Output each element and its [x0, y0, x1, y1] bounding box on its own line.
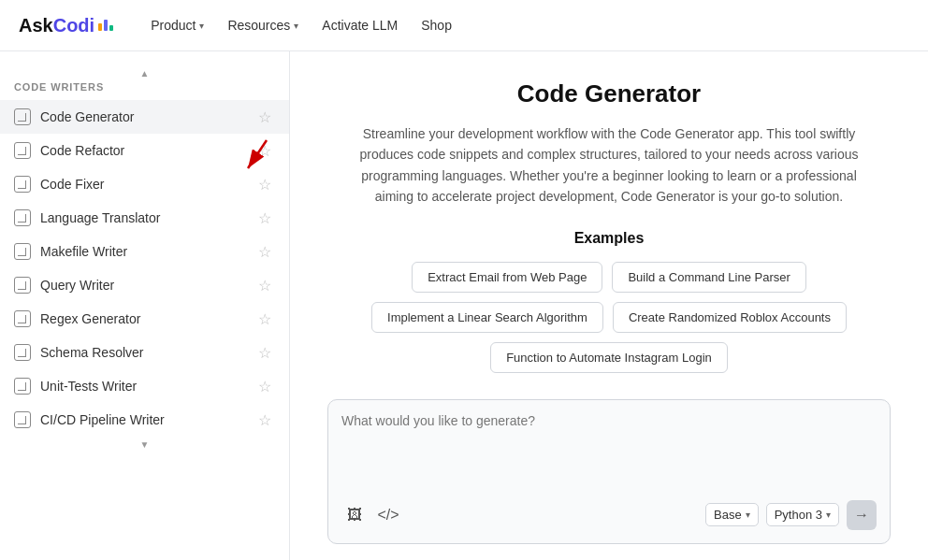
code-refactor-icon — [14, 142, 31, 159]
examples-grid: Extract Email from Web Page Build a Comm… — [327, 262, 891, 373]
nav-product-chevron-icon: ▾ — [199, 21, 204, 31]
base-select-label: Base — [714, 508, 742, 522]
example-linear-search[interactable]: Implement a Linear Search Algorithm — [371, 302, 603, 333]
sidebar-item-regex-generator[interactable]: Regex Generator ☆ — [0, 302, 289, 336]
example-build-command-line-parser[interactable]: Build a Command Line Parser — [612, 262, 805, 293]
star-icon-cicd-pipeline-writer[interactable]: ☆ — [258, 411, 275, 428]
nav-resources-label: Resources — [227, 18, 290, 33]
examples-row-3: Function to Automate Instagram Login — [490, 342, 728, 373]
cicd-pipeline-writer-icon — [14, 411, 31, 428]
base-select[interactable]: Base ▾ — [705, 503, 759, 526]
star-icon-makefile-writer[interactable]: ☆ — [258, 243, 275, 260]
page-title: Code Generator — [327, 79, 891, 108]
language-select-label: Python 3 — [775, 508, 822, 522]
sidebar-item-cicd-pipeline-writer-label: CI/CD Pipeline Writer — [40, 412, 249, 427]
examples-row-2: Implement a Linear Search Algorithm Crea… — [371, 302, 847, 333]
example-extract-email[interactable]: Extract Email from Web Page — [412, 262, 602, 293]
star-icon-query-writer[interactable]: ☆ — [258, 277, 275, 294]
logo-codi: Codi — [53, 15, 94, 36]
scroll-down-arrow-icon: ▼ — [0, 437, 289, 452]
query-writer-icon — [14, 277, 31, 294]
sidebar-item-schema-resolver-label: Schema Resolver — [40, 345, 249, 360]
scroll-up-arrow-icon: ▲ — [0, 65, 289, 81]
nav-product[interactable]: Product ▾ — [141, 12, 213, 38]
star-icon-code-fixer[interactable]: ☆ — [258, 176, 275, 193]
sidebar-item-code-generator[interactable]: Code Generator ☆ — [0, 100, 289, 134]
sidebar-item-regex-generator-label: Regex Generator — [40, 311, 249, 326]
star-icon-code-refactor[interactable]: ☆ — [258, 142, 275, 159]
header: AskCodi Product ▾ Resources ▾ Activate L… — [0, 0, 928, 51]
main-nav: Product ▾ Resources ▾ Activate LLM Shop — [141, 12, 461, 38]
star-icon-schema-resolver[interactable]: ☆ — [258, 344, 275, 361]
examples-label: Examples — [327, 230, 891, 247]
star-icon-code-generator[interactable]: ☆ — [258, 108, 275, 125]
examples-row-1: Extract Email from Web Page Build a Comm… — [412, 262, 806, 293]
unit-tests-writer-icon — [14, 378, 31, 395]
star-icon-language-translator[interactable]: ☆ — [258, 209, 275, 226]
input-toolbar: 🖼 </> Base ▾ Python 3 ▾ → — [341, 500, 877, 530]
code-icon[interactable]: </> — [375, 502, 401, 528]
sidebar: ▲ CODE WRITERS Code Generator ☆ Code Ref… — [0, 51, 290, 560]
sidebar-item-makefile-writer-label: Makefile Writer — [40, 244, 249, 259]
sidebar-item-code-refactor-label: Code Refactor — [40, 143, 249, 158]
star-icon-regex-generator[interactable]: ☆ — [258, 310, 275, 327]
base-select-chevron-icon: ▾ — [746, 510, 750, 520]
sidebar-item-unit-tests-writer[interactable]: Unit-Tests Writer ☆ — [0, 369, 289, 403]
makefile-writer-icon — [14, 243, 31, 260]
logo-bars-icon — [98, 20, 113, 31]
nav-activate-llm[interactable]: Activate LLM — [312, 12, 407, 38]
language-translator-icon — [14, 209, 31, 226]
regex-generator-icon — [14, 310, 31, 327]
sidebar-item-cicd-pipeline-writer[interactable]: CI/CD Pipeline Writer ☆ — [0, 403, 289, 437]
nav-shop-label: Shop — [421, 18, 452, 33]
example-instagram-login[interactable]: Function to Automate Instagram Login — [490, 342, 728, 373]
logo-ask: Ask — [19, 15, 53, 36]
logo: AskCodi — [19, 15, 113, 36]
language-select[interactable]: Python 3 ▾ — [766, 503, 839, 526]
code-fixer-icon — [14, 176, 31, 193]
send-button[interactable]: → — [847, 500, 877, 530]
nav-product-label: Product — [151, 18, 196, 33]
sidebar-item-language-translator[interactable]: Language Translator ☆ — [0, 201, 289, 235]
sidebar-item-code-refactor[interactable]: Code Refactor ☆ — [0, 134, 289, 167]
generate-input[interactable] — [341, 413, 877, 488]
sidebar-item-schema-resolver[interactable]: Schema Resolver ☆ — [0, 336, 289, 369]
nav-resources[interactable]: Resources ▾ — [218, 12, 308, 38]
sidebar-scroll-area[interactable]: ▲ CODE WRITERS Code Generator ☆ Code Ref… — [0, 51, 289, 560]
main-content: Code Generator Streamline your developme… — [290, 51, 928, 560]
content-description: Streamline your development workflow wit… — [347, 123, 871, 208]
sidebar-item-code-fixer-label: Code Fixer — [40, 177, 249, 192]
sidebar-item-code-generator-label: Code Generator — [40, 109, 249, 124]
sidebar-item-code-fixer[interactable]: Code Fixer ☆ — [0, 167, 289, 201]
schema-resolver-icon — [14, 344, 31, 361]
nav-resources-chevron-icon: ▾ — [294, 21, 298, 31]
sidebar-item-makefile-writer[interactable]: Makefile Writer ☆ — [0, 235, 289, 268]
input-area: 🖼 </> Base ▾ Python 3 ▾ → — [327, 399, 891, 544]
sidebar-item-query-writer[interactable]: Query Writer ☆ — [0, 268, 289, 302]
star-icon-unit-tests-writer[interactable]: ☆ — [258, 378, 275, 395]
sidebar-item-query-writer-label: Query Writer — [40, 278, 249, 293]
image-icon[interactable]: 🖼 — [341, 502, 368, 528]
code-generator-icon — [14, 108, 31, 125]
sidebar-item-language-translator-label: Language Translator — [40, 210, 249, 225]
nav-shop[interactable]: Shop — [412, 12, 461, 38]
nav-activate-llm-label: Activate LLM — [322, 18, 398, 33]
language-select-chevron-icon: ▾ — [826, 510, 831, 520]
logo-text: AskCodi — [19, 15, 94, 36]
sidebar-section-label: CODE WRITERS — [0, 81, 289, 100]
example-roblox-accounts[interactable]: Create Randomized Roblox Accounts — [613, 302, 847, 333]
sidebar-item-unit-tests-writer-label: Unit-Tests Writer — [40, 379, 249, 394]
